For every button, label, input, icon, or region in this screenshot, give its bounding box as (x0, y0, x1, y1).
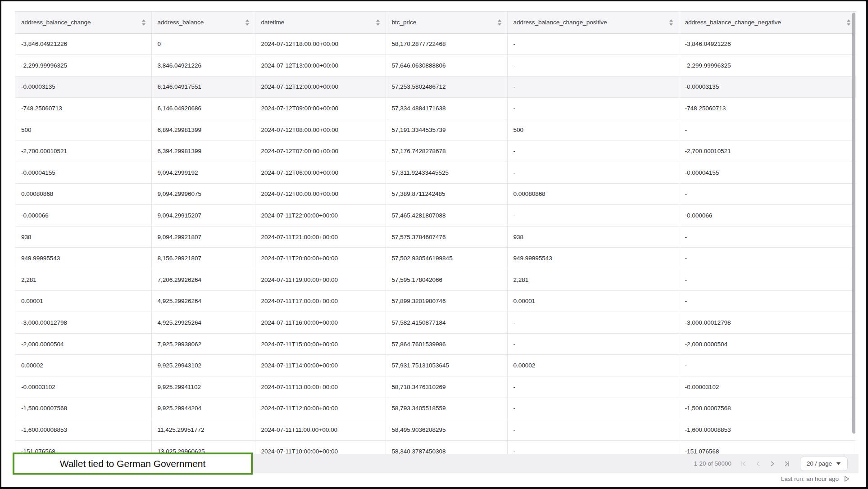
table-row: 9389,094.299218072024-07-11T21:00:00+00:… (15, 226, 856, 248)
table-row: -0.000031356,146.049175512024-07-12T12:0… (15, 76, 856, 98)
table-cell: 500 (507, 119, 679, 140)
table-cell: -0.00003135 (679, 76, 856, 98)
page-size-label: 20 / page (807, 460, 832, 467)
table-cell: 9,925.29941102 (151, 376, 255, 398)
sort-icon[interactable] (376, 19, 380, 26)
table-cell: -151.076568 (679, 440, 856, 454)
table-cell: 938 (507, 226, 679, 248)
column-header-address-balance-change[interactable]: address_balance_change (15, 12, 151, 33)
table-cell: 2024-07-11T13:00:00+00:00 (255, 376, 386, 398)
table-cell: - (507, 333, 679, 355)
table-cell: - (507, 55, 679, 77)
table-row: -2,299.999963253,846.049212262024-07-12T… (15, 55, 856, 77)
table-cell: 949.99995543 (15, 248, 151, 269)
table-cell: 57,864.7601539986 (386, 333, 507, 355)
last-page-icon (783, 460, 791, 467)
annotation-box: Wallet tied to German Government (13, 453, 253, 475)
column-header-address-balance[interactable]: address_balance (151, 12, 255, 33)
table-cell: 57,465.4281807088 (386, 205, 507, 226)
table-cell: 57,253.5802486712 (386, 76, 507, 98)
table-cell: 2,281 (507, 269, 679, 291)
vertical-scrollbar-thumb[interactable] (852, 13, 855, 434)
table-cell: 2024-07-11T14:00:00+00:00 (255, 355, 386, 376)
table-cell: 2024-07-12T09:00:00+00:00 (255, 98, 386, 119)
last-page-button[interactable] (783, 460, 791, 468)
table-cell: 9,094.29915207 (151, 205, 255, 226)
table-row: -0.000031029,925.299411022024-07-11T13:0… (15, 376, 856, 398)
table-cell: 2024-07-11T11:00:00+00:00 (255, 419, 386, 441)
table-cell: -2,000.0000504 (679, 333, 856, 355)
table-cell: - (507, 312, 679, 334)
table-cell: 58,170.2877722468 (386, 33, 507, 55)
table-cell: -0.00003102 (15, 376, 151, 398)
run-icon[interactable] (843, 475, 850, 483)
table-cell: 2024-07-11T12:00:00+00:00 (255, 398, 386, 419)
sort-icon[interactable] (846, 19, 851, 26)
table-cell: 57,502.930546199845 (386, 248, 507, 269)
table-cell: 6,894.29981399 (151, 119, 255, 140)
table-cell: 4,925.29925264 (151, 312, 255, 334)
table-cell: 57,311.92433445525 (386, 162, 507, 184)
table-cell: - (507, 76, 679, 98)
table-cell: 9,925.29944204 (151, 398, 255, 419)
table-cell: 57,931.75131053645 (386, 355, 507, 376)
annotation-label: Wallet tied to German Government (60, 458, 206, 469)
next-page-button[interactable] (768, 460, 777, 468)
table-cell: 11,425.29951772 (151, 419, 255, 441)
previous-page-button[interactable] (754, 460, 762, 468)
table-cell: 0.00001 (15, 290, 151, 312)
table-cell: - (507, 440, 679, 454)
table-cell: 8,156.29921807 (151, 248, 255, 269)
page-size-dropdown[interactable]: 20 / page (800, 457, 848, 471)
table-cell: 57,334.4884171638 (386, 98, 507, 119)
first-page-icon (740, 460, 747, 467)
first-page-button[interactable] (740, 460, 748, 468)
table-cell: - (679, 269, 856, 291)
sort-icon[interactable] (141, 19, 146, 26)
table-row: -0.000041559,094.29991922024-07-12T06:00… (15, 162, 856, 184)
table-cell: 57,646.0630888806 (386, 55, 507, 77)
table-cell: 2,281 (15, 269, 151, 291)
table-row: 949.999955438,156.299218072024-07-11T20:… (15, 248, 856, 269)
table-cell: 0.00001 (507, 290, 679, 312)
table-cell: 7,206.29926264 (151, 269, 255, 291)
sort-icon[interactable] (497, 19, 502, 26)
table-row: -1,600.0000885311,425.299517722024-07-11… (15, 419, 856, 441)
table-cell: -2,700.00010521 (15, 140, 151, 162)
column-label: btc_price (392, 19, 417, 26)
last-run-status: Last run: an hour ago (781, 475, 850, 483)
table-cell: - (507, 140, 679, 162)
table-cell: 2024-07-12T18:00:00+00:00 (255, 33, 386, 55)
table-cell: 2024-07-12T07:00:00+00:00 (255, 140, 386, 162)
table-row: 5006,894.299813992024-07-12T08:00:00+00:… (15, 119, 856, 140)
table-cell: -2,700.00010521 (679, 140, 856, 162)
table-cell: - (679, 290, 856, 312)
table-row: -3,846.0492122602024-07-12T18:00:00+00:0… (15, 33, 856, 55)
table-row: -0.0000669,094.299152072024-07-11T22:00:… (15, 205, 856, 226)
column-header-btc-price[interactable]: btc_price (386, 12, 507, 33)
table-cell: -0.000066 (679, 205, 856, 226)
table-cell: -3,846.04921226 (15, 33, 151, 55)
table-cell: 9,094.29921807 (151, 226, 255, 248)
table-cell: 2024-07-11T21:00:00+00:00 (255, 226, 386, 248)
column-header-datetime[interactable]: datetime (255, 12, 386, 33)
sort-icon[interactable] (245, 19, 250, 26)
table-cell: -1,600.00008853 (15, 419, 151, 441)
table-cell: 58,340.3787450308 (386, 440, 507, 454)
table-cell: 57,575.3784607476 (386, 226, 507, 248)
table-cell: 58,793.3405518559 (386, 398, 507, 419)
table-cell: -2,299.99996325 (679, 55, 856, 77)
column-header-address-balance-change-positive[interactable]: address_balance_change_positive (507, 12, 679, 33)
column-header-address-balance-change-negative[interactable]: address_balance_change_negative (679, 12, 856, 33)
table-cell: -0.00004155 (679, 162, 856, 184)
results-table: address_balance_change address_balance (15, 11, 856, 454)
table-row: -3,000.000127984,925.299252642024-07-11T… (15, 312, 856, 334)
sort-icon[interactable] (669, 19, 673, 26)
table-cell: - (679, 119, 856, 140)
table-cell: 2024-07-11T15:00:00+00:00 (255, 333, 386, 355)
table-row: -748.250607136,146.049206862024-07-12T09… (15, 98, 856, 119)
table-cell: - (679, 355, 856, 376)
table-cell: -748.25060713 (15, 98, 151, 119)
pagination: 1-20 of 50000 20 / page (694, 457, 848, 471)
table-cell: 2024-07-11T22:00:00+00:00 (255, 205, 386, 226)
